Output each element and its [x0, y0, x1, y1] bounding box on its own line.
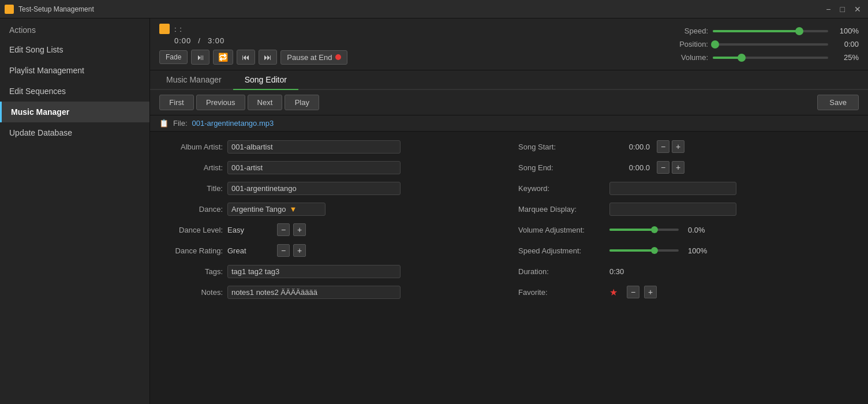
fade-button[interactable]: Fade — [159, 50, 188, 64]
titlebar-title: Test-Setup Management — [18, 5, 94, 13]
sidebar-item-playlist-management[interactable]: Playlist Management — [0, 60, 149, 81]
dance-rating-row: Dance Rating: Great − + — [159, 242, 500, 259]
titlebar: Test-Setup Management − □ ✕ — [0, 0, 868, 18]
minimize-button[interactable]: − — [824, 5, 833, 14]
volume-adj-thumb[interactable] — [651, 226, 658, 233]
song-start-decrement[interactable]: − — [657, 140, 669, 153]
sidebar-item-music-manager[interactable]: Music Manager — [0, 102, 149, 122]
dance-select[interactable]: Argentine Tango ▼ — [227, 203, 326, 216]
speed-adj-row: Speed Adjustment: 100% — [518, 242, 859, 259]
file-path-row: 📋 File: 001-argentinetango.mp3 — [150, 115, 868, 132]
duration-row: Duration: 0:30 — [518, 263, 859, 279]
player-bar: : : 0:00 / 3:00 Fade ⏯ 🔁 ⏮ ⏭ Pause at En… — [150, 18, 868, 70]
position-slider[interactable] — [713, 43, 828, 46]
favorite-label: Favorite: — [518, 288, 605, 297]
volume-slider-row: Volume: 25% — [662, 53, 859, 62]
sidebar-item-edit-sequences[interactable]: Edit Sequences — [0, 81, 149, 102]
dance-rating-label: Dance Rating: — [159, 246, 223, 255]
notes-input[interactable] — [227, 286, 401, 299]
position-label: Position: — [662, 40, 708, 48]
speed-adj-thumb[interactable] — [651, 247, 658, 254]
volume-adj-fill — [609, 229, 654, 231]
first-button[interactable]: First — [159, 95, 194, 110]
tags-label: Tags: — [159, 267, 223, 276]
control-buttons: Fade ⏯ 🔁 ⏮ ⏭ Pause at End — [159, 50, 347, 65]
dance-level-decrement[interactable]: − — [277, 223, 290, 236]
dance-rating-increment[interactable]: + — [293, 244, 306, 257]
current-time: 0:00 — [174, 36, 191, 45]
song-end-row: Song End: 0:00.0 − + — [518, 159, 859, 175]
app-icon — [5, 5, 14, 14]
favorite-decrement[interactable]: − — [627, 286, 639, 298]
title-input[interactable] — [227, 182, 401, 195]
position-thumb[interactable] — [711, 40, 719, 48]
status-indicator — [159, 24, 170, 34]
play-button[interactable]: Play — [285, 95, 319, 110]
volume-thumb[interactable] — [738, 54, 746, 62]
save-button[interactable]: Save — [817, 95, 859, 110]
sidebar-item-update-database[interactable]: Update Database — [0, 122, 149, 143]
sidebar: Actions Edit Song Lists Playlist Managem… — [0, 18, 150, 404]
song-end-value: 0:00.0 — [609, 163, 650, 172]
dance-level-spin: Easy − + — [227, 223, 306, 236]
dance-rating-value: Great — [227, 246, 274, 255]
tabs-bar: Music Manager Song Editor — [150, 70, 868, 90]
maximize-button[interactable]: □ — [838, 5, 847, 14]
song-start-increment[interactable]: + — [672, 140, 684, 153]
speed-adj-fill — [609, 249, 654, 252]
song-end-increment[interactable]: + — [672, 161, 684, 174]
speed-slider[interactable] — [713, 30, 828, 32]
artist-row: Artist: — [159, 159, 500, 175]
play-pause-button[interactable]: ⏯ — [191, 50, 209, 65]
song-end-spin: 0:00.0 − + — [609, 161, 684, 174]
favorite-star[interactable]: ★ — [609, 287, 618, 298]
duration-value: 0:30 — [609, 267, 624, 276]
keyword-input[interactable] — [609, 182, 736, 195]
duration-label: Duration: — [518, 267, 605, 276]
marquee-input[interactable] — [609, 203, 736, 216]
speed-adj-slider[interactable] — [609, 249, 679, 252]
album-artist-input[interactable] — [227, 140, 401, 154]
tags-input[interactable] — [227, 265, 401, 278]
volume-slider[interactable] — [713, 57, 828, 59]
app-body: Actions Edit Song Lists Playlist Managem… — [0, 18, 868, 404]
sidebar-actions-label: Actions — [0, 18, 149, 39]
pause-at-end-dot — [335, 54, 341, 60]
title-label: Title: — [159, 184, 223, 193]
tab-music-manager[interactable]: Music Manager — [155, 70, 233, 90]
volume-adj-row: Volume Adjustment: 0.0% — [518, 222, 859, 238]
speed-adj-value: 100% — [688, 246, 707, 255]
next-button[interactable]: Next — [248, 95, 283, 110]
speed-slider-row: Speed: 100% — [662, 27, 859, 35]
artist-input[interactable] — [227, 161, 401, 174]
pause-at-end-label: Pause at End — [287, 53, 332, 62]
song-editor-content: Album Artist: Artist: Title: Dance: Arge… — [150, 132, 868, 404]
volume-value: 25% — [833, 53, 859, 62]
volume-adj-slider[interactable] — [609, 229, 679, 231]
position-slider-row: Position: 0:00 — [662, 40, 859, 48]
repeat-button[interactable]: 🔁 — [213, 50, 233, 65]
next-song-button[interactable]: ⏭ — [259, 50, 277, 65]
artist-label: Artist: — [159, 163, 223, 172]
player-status-row: : : — [159, 24, 347, 34]
speed-thumb[interactable] — [795, 27, 803, 35]
file-label: File: — [173, 119, 188, 128]
speed-label: Speed: — [662, 27, 708, 35]
dance-level-increment[interactable]: + — [293, 223, 306, 236]
dance-level-value: Easy — [227, 226, 274, 234]
speed-fill — [713, 30, 799, 32]
prev-song-button[interactable]: ⏮ — [237, 50, 255, 65]
pause-at-end-button[interactable]: Pause at End — [280, 50, 347, 65]
position-value: 0:00 — [833, 40, 859, 48]
tab-song-editor[interactable]: Song Editor — [233, 70, 298, 90]
favorite-increment[interactable]: + — [644, 286, 657, 298]
sidebar-item-edit-song-lists[interactable]: Edit Song Lists — [0, 39, 149, 60]
keyword-row: Keyword: — [518, 180, 859, 196]
previous-button[interactable]: Previous — [196, 95, 245, 110]
titlebar-controls: − □ ✕ — [824, 5, 863, 14]
song-end-decrement[interactable]: − — [657, 161, 669, 174]
dance-rating-decrement[interactable]: − — [277, 244, 290, 257]
close-button[interactable]: ✕ — [852, 5, 863, 14]
player-left: : : 0:00 / 3:00 Fade ⏯ 🔁 ⏮ ⏭ Pause at En… — [159, 24, 347, 65]
dance-row: Dance: Argentine Tango ▼ — [159, 201, 500, 217]
